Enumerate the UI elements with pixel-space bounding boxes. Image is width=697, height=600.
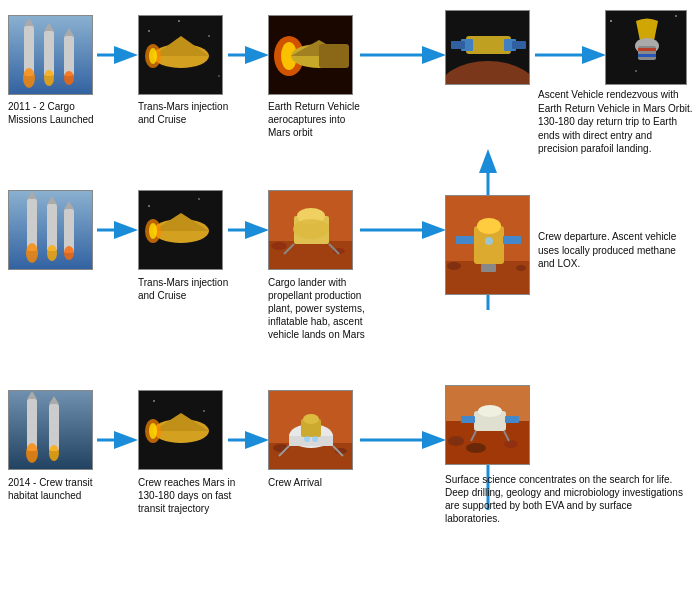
svg-point-65 [148, 205, 150, 207]
svg-point-83 [516, 265, 526, 271]
svg-rect-126 [461, 416, 475, 423]
rocket-svg-row3 [9, 391, 93, 470]
svg-point-99 [203, 410, 205, 412]
rocket-launch-img-row1 [8, 15, 93, 95]
svg-point-119 [448, 436, 464, 446]
ascent-vehicle-svg [446, 196, 530, 295]
main-diagram: 2011 - 2 Cargo Missions Launched Trans-M… [0, 0, 697, 600]
svg-rect-85 [481, 264, 496, 272]
svg-rect-44 [512, 41, 526, 49]
svg-rect-43 [451, 41, 465, 49]
svg-point-79 [293, 219, 329, 239]
svg-rect-58 [47, 204, 57, 251]
svg-rect-88 [503, 236, 521, 244]
svg-point-121 [504, 440, 518, 448]
svg-point-103 [149, 423, 157, 439]
svg-point-82 [447, 262, 461, 270]
svg-point-120 [466, 443, 486, 453]
svg-rect-17 [44, 31, 54, 76]
svg-point-16 [23, 68, 35, 88]
crew-launch-label: 2014 - Crew transit habitat launched [8, 476, 98, 502]
return-capsule-img [605, 10, 687, 85]
svg-rect-94 [49, 404, 59, 451]
svg-point-66 [198, 198, 200, 200]
svg-point-86 [477, 218, 501, 234]
svg-point-114 [304, 436, 310, 442]
transit-svg-row2 [139, 191, 223, 270]
rocket-svg-row2 [9, 191, 93, 270]
svg-point-22 [64, 71, 74, 85]
ascent-vehicle-img [445, 195, 530, 295]
svg-point-60 [47, 245, 57, 261]
erv-orbit-svg [446, 11, 530, 85]
erv-label-row1: Earth Return Vehicle aerocaptures into M… [268, 100, 368, 139]
crew-departure-label: Crew departure. Ascent vehicle uses loca… [538, 230, 688, 271]
transit-img-row2 [138, 190, 223, 270]
svg-point-89 [485, 237, 493, 245]
erv-img-row1 [268, 15, 353, 95]
rocket-launch-label-row1: 2011 - 2 Cargo Missions Launched [8, 100, 98, 126]
transit-img-row3 [138, 390, 223, 470]
svg-rect-20 [64, 36, 74, 76]
crew-transit-label: Crew reaches Mars in 130-180 days on fas… [138, 476, 248, 515]
cargo-lander-label: Cargo lander with propellant production … [268, 276, 378, 341]
svg-point-31 [149, 48, 157, 64]
crew-arrival-svg [269, 391, 353, 470]
mars-surface-img [445, 385, 530, 465]
surface-science-label: Surface science concentrates on the sear… [445, 473, 685, 525]
svg-point-24 [148, 30, 150, 32]
svg-point-113 [303, 414, 319, 424]
svg-point-115 [312, 436, 318, 442]
cargo-lander-svg [269, 191, 353, 270]
svg-rect-87 [456, 236, 474, 244]
svg-point-26 [208, 35, 210, 37]
transit-svg-row1 [139, 16, 223, 95]
svg-rect-52 [638, 54, 656, 57]
crew-arrival-label: Crew Arrival [268, 476, 322, 489]
rocket-launch-img-row3 [8, 390, 93, 470]
crew-arrival-img [268, 390, 353, 470]
svg-point-98 [153, 400, 155, 402]
svg-point-96 [49, 445, 59, 461]
transit-svg-row3 [139, 391, 223, 470]
svg-point-48 [635, 70, 637, 72]
transit-label-row2: Trans-Mars injection and Cruise [138, 276, 233, 302]
erv-orbit-img [445, 10, 530, 85]
svg-point-73 [271, 242, 287, 250]
svg-point-19 [44, 70, 54, 86]
svg-point-27 [218, 75, 220, 77]
svg-rect-51 [638, 48, 656, 51]
erv-svg-row1 [269, 16, 353, 95]
return-capsule-svg [606, 11, 687, 85]
svg-rect-127 [505, 416, 519, 423]
svg-point-93 [26, 443, 38, 463]
rocket-svg-row1 [9, 16, 93, 95]
rocket-launch-img-row2 [8, 190, 93, 270]
svg-point-46 [610, 20, 612, 22]
svg-rect-37 [319, 44, 349, 68]
cargo-lander-img [268, 190, 353, 270]
transit-label-row1: Trans-Mars injection and Cruise [138, 100, 233, 126]
svg-point-123 [478, 405, 502, 417]
svg-point-25 [178, 20, 180, 22]
svg-rect-109 [289, 436, 333, 446]
svg-point-70 [149, 223, 157, 239]
svg-point-47 [675, 15, 677, 17]
transit-img-row1 [138, 15, 223, 95]
svg-point-57 [26, 243, 38, 263]
svg-point-63 [64, 246, 74, 260]
mars-surface-svg [446, 386, 530, 465]
ascent-rendezvous-label: Ascent Vehicle rendezvous with Earth Ret… [538, 88, 693, 156]
